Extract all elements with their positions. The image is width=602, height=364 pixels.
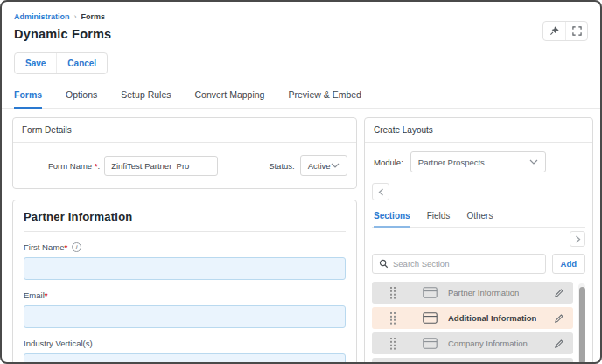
breadcrumb-separator: › (74, 12, 77, 21)
module-value: Partner Prospects (418, 158, 485, 167)
main-tab-bar: Forms Options Setup Rules Convert Mappin… (2, 86, 600, 108)
tab-fields[interactable]: Fields (427, 208, 451, 227)
drag-handle-icon[interactable] (389, 286, 396, 300)
first-name-input[interactable] (24, 257, 346, 280)
window-actions (542, 21, 588, 41)
fullscreen-button[interactable] (565, 22, 587, 40)
form-name-label: Form Name *: (48, 161, 100, 171)
tab-preview-embed[interactable]: Preview & Embed (288, 86, 360, 108)
chevron-down-icon (529, 159, 538, 164)
form-details-body: Form Name *: Status: Active (13, 143, 356, 188)
tab-others[interactable]: Others (466, 208, 493, 227)
search-section-input[interactable] (393, 259, 539, 269)
required-marker: * (45, 290, 48, 300)
search-box (372, 254, 546, 274)
chevron-right-icon (575, 235, 581, 243)
next-row (372, 231, 585, 247)
save-button[interactable]: Save (15, 53, 56, 74)
required-marker: * (64, 242, 67, 252)
tab-convert-mapping[interactable]: Convert Mapping (194, 86, 264, 108)
back-row (372, 183, 585, 200)
search-row: Add (372, 254, 585, 274)
tab-options[interactable]: Options (66, 86, 97, 108)
edit-pencil-icon[interactable] (554, 313, 564, 324)
chevron-down-icon (331, 163, 340, 168)
breadcrumb-forms: Forms (81, 12, 106, 21)
section-card-icon (423, 287, 438, 298)
back-button[interactable] (372, 183, 389, 200)
email-label: Email * (24, 290, 346, 300)
fullscreen-icon (572, 26, 582, 36)
main-content: Form Details Form Name *: Status: Active (2, 108, 600, 364)
section-row-label: Partner Information (448, 288, 519, 298)
form-details-title: Form Details (13, 118, 356, 143)
breadcrumb-administration[interactable]: Administration (14, 12, 70, 21)
tab-setup-rules[interactable]: Setup Rules (121, 86, 171, 108)
section-row-partner-information[interactable]: Partner Information (372, 282, 573, 304)
form-details-panel: Form Details Form Name *: Status: Active (12, 117, 357, 189)
edit-pencil-icon[interactable] (554, 288, 564, 298)
pin-icon (550, 26, 559, 36)
layout-builder-column: Create Layouts Module: Partner Prospects (364, 117, 593, 364)
chevron-left-icon (378, 188, 384, 196)
next-button[interactable] (570, 231, 585, 247)
layout-tab-bar: Sections Fields Others (372, 208, 585, 228)
app-window: Administration › Forms Dynamic Forms (0, 0, 602, 364)
form-action-buttons: Save Cancel (14, 52, 108, 74)
drag-handle-icon[interactable] (389, 312, 396, 326)
industry-vertical-input[interactable] (24, 354, 346, 364)
breadcrumb: Administration › Forms (14, 12, 588, 21)
section-row-label: Additional Information (448, 313, 536, 323)
add-section-button[interactable]: Add (552, 254, 585, 274)
industry-vertical-label: Industry Vertical(s) (24, 339, 346, 348)
email-input[interactable] (24, 305, 346, 328)
create-layouts-title: Create Layouts (365, 118, 592, 143)
page-header: Administration › Forms Dynamic Forms (2, 2, 600, 41)
form-name-input[interactable] (104, 156, 218, 176)
list-scrollbar-thumb[interactable] (579, 287, 585, 364)
list-scrollbar[interactable] (578, 284, 585, 364)
module-label: Module: (374, 158, 403, 167)
pin-button[interactable] (543, 22, 565, 40)
section-title: Partner Information (24, 210, 346, 232)
section-row-company-information-2[interactable]: Company Information (372, 358, 573, 364)
create-layouts-panel: Create Layouts Module: Partner Prospects (364, 117, 593, 364)
status-select[interactable]: Active (300, 155, 347, 176)
section-card-icon (423, 312, 438, 324)
form-preview-panel: Partner Information First Name * i Email… (12, 200, 357, 364)
edit-pencil-icon[interactable] (554, 339, 564, 349)
section-row-label: Company Information (448, 339, 528, 348)
section-row-additional-information[interactable]: Additional Information (372, 307, 573, 329)
section-list: Partner Information Additional Informati… (372, 282, 585, 364)
module-select[interactable]: Partner Prospects (410, 151, 546, 172)
form-editor-column: Form Details Form Name *: Status: Active (12, 117, 357, 364)
status-value: Active (308, 161, 331, 171)
search-icon (379, 259, 388, 269)
module-row: Module: Partner Prospects (372, 150, 585, 173)
section-row-company-information-1[interactable]: Company Information (372, 332, 573, 354)
status-label: Status: (269, 161, 295, 171)
tab-sections[interactable]: Sections (374, 208, 410, 228)
info-icon[interactable]: i (72, 242, 81, 252)
tab-forms[interactable]: Forms (14, 86, 42, 108)
page-title: Dynamic Forms (14, 27, 588, 41)
create-layouts-body: Module: Partner Prospects (365, 143, 592, 364)
drag-handle-icon[interactable] (389, 337, 396, 351)
cancel-button[interactable]: Cancel (56, 53, 107, 74)
first-name-label: First Name * i (24, 242, 346, 252)
section-card-icon (423, 338, 438, 349)
